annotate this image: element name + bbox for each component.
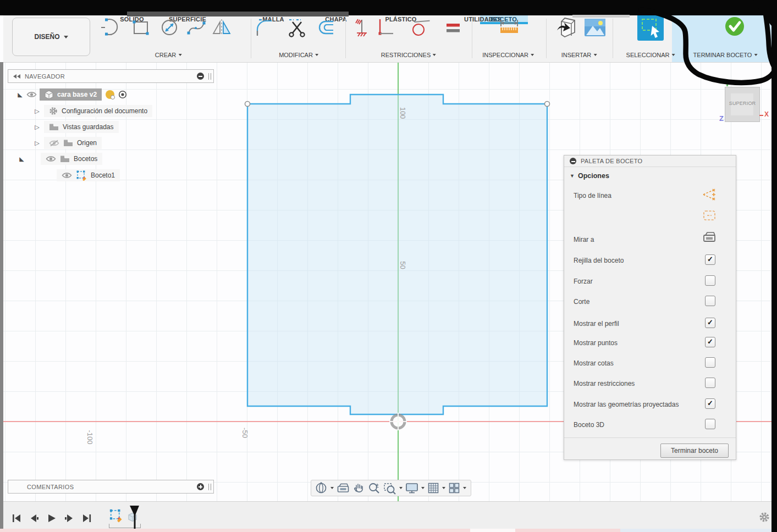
checkbox-geometrias-proyectadas[interactable]: ✓ (705, 398, 715, 409)
checkbox-corte[interactable] (705, 296, 715, 306)
group-inspeccionar[interactable]: INSPECCIONAR (482, 52, 534, 58)
sketch-vertex[interactable] (545, 102, 550, 107)
checkbox-mostrar-restricciones[interactable] (705, 378, 715, 388)
orbit-icon[interactable] (315, 481, 328, 495)
sketch-profile[interactable] (247, 95, 547, 414)
expand-arrow-icon[interactable]: ▷ (34, 108, 41, 115)
chevron-down-icon[interactable] (399, 487, 403, 489)
panel-plus-icon[interactable] (197, 483, 204, 490)
finish-sketch-button[interactable]: Terminar boceto (660, 444, 729, 458)
group-modificar[interactable]: MODIFICAR (279, 52, 318, 58)
tree-row-saved-views[interactable]: ▷ Vistas guardadas (34, 121, 119, 133)
design-menu-button[interactable]: DISEÑO (12, 18, 90, 56)
top-bar-notch (572, 15, 630, 18)
checkbox-mostrar-cotas[interactable] (705, 357, 715, 368)
measure-tool-icon[interactable] (498, 18, 521, 37)
tree-row-boceto1[interactable]: Boceto1 (57, 169, 120, 181)
tree-row-origin[interactable]: ▷ Origen (34, 137, 102, 149)
viewcube-x-label: X (764, 110, 769, 118)
pan-hand-icon[interactable] (352, 482, 365, 495)
sketch-icon (76, 170, 87, 181)
eye-icon[interactable] (46, 156, 56, 162)
group-terminar-boceto[interactable]: TERMINAR BOCETO (693, 52, 758, 58)
viewcube-face-label[interactable]: SUPERIOR (725, 101, 759, 106)
skip-to-start-icon[interactable] (11, 513, 22, 524)
linetype-projected-icon[interactable] (703, 209, 716, 221)
tree-label: Vistas guardadas (63, 123, 114, 131)
tree-row-sketches[interactable]: ◣ Bocetos (18, 153, 102, 165)
circle-tool-icon[interactable] (159, 17, 180, 38)
checkbox-rejilla[interactable]: ✓ (705, 254, 715, 265)
collapse-panel-icon[interactable] (13, 74, 20, 79)
equal-constraint-icon[interactable] (444, 19, 462, 36)
spline-tool-icon[interactable] (186, 17, 207, 38)
comments-header[interactable]: COMENTARIOS (8, 480, 214, 494)
fillet-tool-icon[interactable] (254, 17, 274, 38)
checkbox-boceto-3d[interactable] (705, 419, 715, 429)
look-at-icon[interactable] (703, 230, 716, 243)
panel-grip-handle[interactable] (208, 484, 211, 490)
chevron-down-icon[interactable] (330, 487, 334, 489)
insert-image-icon[interactable] (583, 17, 607, 38)
skip-to-end-icon[interactable] (81, 513, 92, 524)
toolbar-divider (613, 19, 613, 58)
tangent-constraint-icon[interactable] (410, 16, 432, 38)
checkbox-mostrar-perfil[interactable]: ✓ (705, 318, 715, 328)
perpendicular-constraint-icon[interactable] (375, 16, 395, 38)
palette-title: PALETA DE BOCETO (581, 158, 642, 164)
top-black-bar (0, 0, 777, 15)
eye-icon[interactable] (62, 172, 72, 179)
sketch-vertex[interactable] (245, 102, 250, 107)
play-icon[interactable] (46, 513, 57, 524)
checkbox-mostrar-puntos[interactable]: ✓ (705, 337, 715, 347)
expand-arrow-icon[interactable]: ▷ (34, 140, 41, 147)
expand-arrow-icon[interactable]: ▷ (34, 124, 41, 131)
select-tool-icon[interactable] (637, 14, 664, 41)
eye-icon[interactable] (26, 91, 37, 98)
tree-row-root[interactable]: ◣ cara base v2 (16, 88, 127, 101)
offset-tool-icon[interactable] (316, 17, 337, 38)
zoom-window-icon[interactable] (383, 482, 396, 495)
trim-tool-icon[interactable] (286, 16, 308, 38)
chevron-down-icon[interactable] (421, 487, 425, 489)
group-insertar[interactable]: INSERTAR (561, 52, 597, 58)
eye-hidden-icon[interactable] (49, 140, 59, 147)
panel-grip-handle[interactable] (208, 73, 211, 80)
group-crear[interactable]: CREAR (155, 52, 182, 58)
linetype-construction-icon[interactable] (702, 187, 716, 202)
panel-minus-icon[interactable] (570, 158, 576, 164)
display-settings-icon[interactable] (405, 482, 418, 494)
grid-settings-icon[interactable] (427, 482, 439, 494)
step-back-icon[interactable] (29, 513, 40, 524)
timeline-scrubber[interactable] (129, 505, 141, 530)
expand-arrow-icon[interactable]: ◣ (16, 91, 24, 98)
group-seleccionar[interactable]: SELECCIONAR (626, 52, 675, 58)
group-restricciones[interactable]: RESTRICCIONES (381, 52, 436, 58)
section-collapse-icon[interactable]: ▼ (570, 173, 575, 179)
zoom-icon[interactable] (368, 482, 381, 495)
checkbox-forzar[interactable] (705, 275, 715, 286)
mirror-tool-icon[interactable] (211, 17, 232, 38)
panel-minus-icon[interactable] (197, 73, 204, 80)
milestone-badge-icon[interactable] (106, 90, 114, 99)
finish-sketch-check-icon[interactable] (724, 16, 745, 37)
fusion360-window: SOLIDO SUPERFICIE MALLA CHAPA PLÁSTICO U… (0, 0, 777, 532)
navigator-header[interactable]: NAVEGADOR (8, 69, 214, 83)
viewcube[interactable]: SUPERIOR (725, 87, 760, 122)
chevron-down-icon[interactable] (463, 487, 466, 489)
palette-header[interactable]: PALETA DE BOCETO (564, 156, 736, 167)
insert-derive-icon[interactable] (555, 16, 577, 39)
step-forward-icon[interactable] (64, 513, 75, 524)
activate-radio-icon[interactable] (118, 90, 127, 99)
arc-tool-icon[interactable] (100, 17, 120, 38)
look-at-icon[interactable] (337, 482, 350, 494)
rectangle-tool-icon[interactable] (130, 17, 151, 38)
viewports-icon[interactable] (448, 482, 460, 494)
chevron-down-icon[interactable] (442, 487, 445, 489)
palette-section-opciones[interactable]: ▼ Opciones (570, 172, 609, 180)
timeline-gear-icon[interactable] (759, 512, 770, 523)
timeline-sketch-feature-icon[interactable] (109, 508, 123, 523)
fixed-constraint-icon[interactable] (352, 16, 371, 38)
tree-row-doc-settings[interactable]: ▷ Configuración del documento (34, 105, 152, 117)
expand-arrow-icon[interactable]: ◣ (18, 156, 25, 163)
